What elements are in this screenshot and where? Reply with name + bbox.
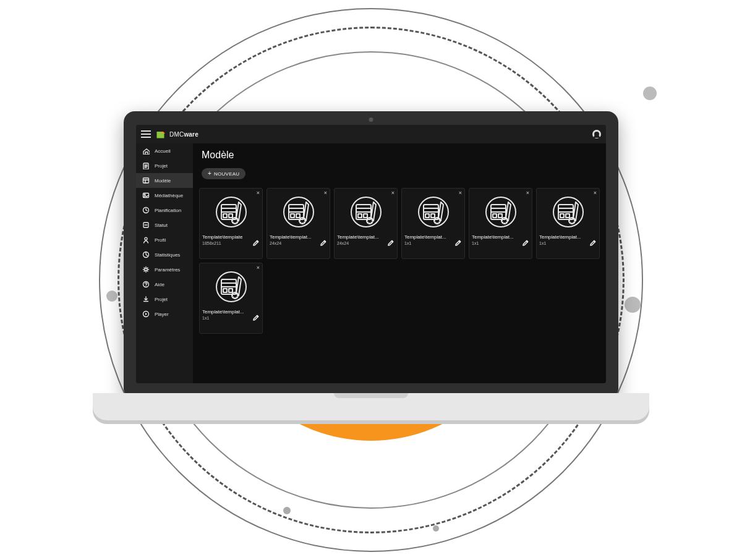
main-content: Modèle + NOUVEAU ×Template\template1858x…: [193, 143, 606, 383]
help-icon: [142, 281, 150, 288]
project-icon: [142, 162, 150, 169]
edit-icon[interactable]: [320, 238, 327, 245]
account-icon[interactable]: [592, 130, 601, 138]
template-name: Template\template: [202, 234, 242, 240]
topbar: DMCware: [136, 125, 606, 143]
brand-name: DMCware: [169, 131, 198, 138]
template-dimensions: 24x24: [270, 241, 312, 245]
edit-icon[interactable]: [252, 313, 260, 320]
new-button-label: NOUVEAU: [214, 171, 239, 177]
menu-button[interactable]: [141, 130, 151, 138]
laptop-mockup: DMCware AccueilProjetModèleMédiathèquePl…: [93, 111, 649, 433]
template-dimensions: 24x24: [337, 241, 379, 245]
new-button[interactable]: + NOUVEAU: [202, 168, 245, 179]
edit-icon[interactable]: [522, 238, 529, 245]
status-icon: [142, 221, 150, 229]
sidebar-item-label: Aide: [155, 282, 164, 287]
template-dimensions: 1858x211: [202, 241, 242, 245]
gear-icon: [142, 266, 150, 273]
sidebar-item-label: Paramètres: [155, 267, 180, 273]
edit-icon[interactable]: [387, 238, 394, 245]
laptop-camera: [369, 117, 373, 122]
template-thumbnail: [202, 268, 260, 305]
template-dimensions: 1x1: [472, 241, 514, 245]
sidebar-item-projet2[interactable]: Projet: [136, 292, 193, 307]
home-icon: [142, 147, 150, 155]
toolbar: + NOUVEAU: [193, 164, 606, 185]
play-icon: [142, 310, 150, 318]
logo-icon: [156, 130, 167, 138]
sidebar-item-label: Profil: [155, 237, 166, 243]
sidebar-item-label: Projet: [155, 297, 168, 302]
sidebar: AccueilProjetModèleMédiathèquePlanificat…: [136, 143, 193, 383]
edit-icon[interactable]: [589, 238, 597, 245]
template-thumbnail: [270, 193, 327, 231]
close-icon[interactable]: ×: [459, 190, 462, 196]
template-icon: [142, 177, 150, 184]
laptop-base: [93, 393, 649, 420]
template-thumbnail: [404, 193, 462, 231]
sidebar-item-profil[interactable]: Profil: [136, 232, 193, 247]
template-card[interactable]: ×Template\template1858x211: [199, 188, 263, 259]
sidebar-item-label: Planification: [155, 208, 181, 213]
template-name: Template\templat...: [404, 234, 446, 240]
brand: DMCware: [156, 130, 198, 138]
download-icon: [142, 295, 150, 303]
sidebar-item-planif[interactable]: Planification: [136, 203, 193, 218]
template-card[interactable]: ×Template\templat...1x1: [199, 263, 263, 334]
close-icon[interactable]: ×: [594, 190, 597, 196]
sidebar-item-label: Modèle: [155, 178, 171, 184]
sidebar-item-media[interactable]: Médiathèque: [136, 188, 193, 203]
template-name: Template\templat...: [270, 234, 312, 240]
close-icon[interactable]: ×: [324, 190, 327, 196]
stats-icon: [142, 251, 150, 258]
template-thumbnail: [202, 193, 260, 231]
edit-icon[interactable]: [252, 238, 260, 245]
clock-icon: [142, 206, 150, 214]
template-grid: ×Template\template1858x211×Template\temp…: [193, 185, 606, 340]
sidebar-item-label: Player: [155, 312, 169, 317]
template-card[interactable]: ×Template\templat...1x1: [469, 188, 532, 259]
template-thumbnail: [472, 193, 529, 231]
template-card[interactable]: ×Template\templat...1x1: [536, 188, 600, 259]
sidebar-item-label: Accueil: [155, 148, 171, 154]
template-dimensions: 1x1: [202, 316, 244, 320]
template-dimensions: 1x1: [539, 241, 581, 245]
sidebar-item-home[interactable]: Accueil: [136, 143, 193, 158]
media-icon: [142, 192, 150, 199]
template-name: Template\templat...: [472, 234, 514, 240]
template-name: Template\templat...: [337, 234, 379, 240]
template-dimensions: 1x1: [404, 241, 446, 245]
sidebar-item-stats[interactable]: Statistiques: [136, 247, 193, 262]
sidebar-item-label: Projet: [155, 163, 168, 169]
sidebar-item-statut[interactable]: Statut: [136, 218, 193, 232]
template-thumbnail: [539, 193, 597, 231]
template-thumbnail: [337, 193, 394, 231]
close-icon[interactable]: ×: [257, 265, 260, 271]
template-card[interactable]: ×Template\templat...24x24: [334, 188, 398, 259]
edit-icon[interactable]: [454, 238, 462, 245]
template-name: Template\templat...: [202, 309, 244, 315]
sidebar-item-label: Médiathèque: [155, 193, 183, 198]
close-icon[interactable]: ×: [391, 190, 394, 196]
sidebar-item-params[interactable]: Paramètres: [136, 262, 193, 277]
template-card[interactable]: ×Template\templat...24x24: [267, 188, 330, 259]
sidebar-item-player[interactable]: Player: [136, 307, 193, 321]
plus-icon: +: [208, 171, 211, 177]
template-name: Template\templat...: [539, 234, 581, 240]
sidebar-item-label: Statistiques: [155, 252, 180, 258]
close-icon[interactable]: ×: [257, 190, 260, 196]
sidebar-item-projet[interactable]: Projet: [136, 158, 193, 173]
sidebar-item-label: Statut: [155, 223, 168, 228]
sidebar-item-aide[interactable]: Aide: [136, 277, 193, 292]
page-title: Modèle: [193, 143, 606, 164]
sidebar-item-modele[interactable]: Modèle: [136, 173, 193, 188]
app-window: DMCware AccueilProjetModèleMédiathèquePl…: [136, 125, 606, 383]
template-card[interactable]: ×Template\templat...1x1: [401, 188, 465, 259]
close-icon[interactable]: ×: [526, 190, 529, 196]
user-icon: [142, 236, 150, 244]
